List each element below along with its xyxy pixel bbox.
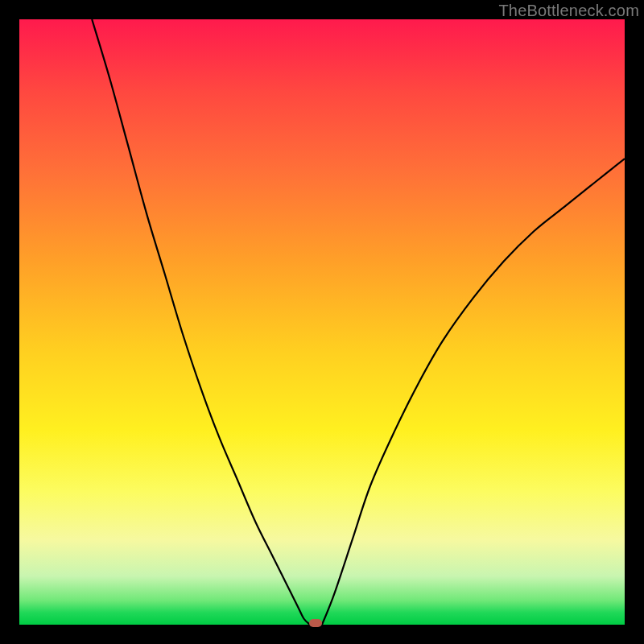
bottleneck-curve: [19, 19, 625, 625]
optimum-marker: [309, 619, 322, 627]
curve-left-branch: [92, 19, 310, 625]
curve-right-branch: [322, 159, 625, 625]
chart-frame: TheBottleneck.com: [0, 0, 644, 644]
plot-area: [19, 19, 625, 625]
watermark-text: TheBottleneck.com: [498, 2, 639, 20]
